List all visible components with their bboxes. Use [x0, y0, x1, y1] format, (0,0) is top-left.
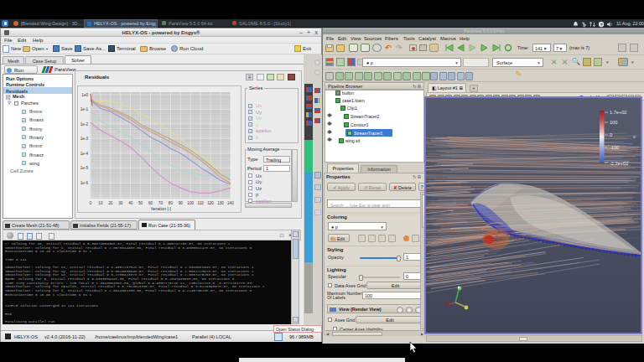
svg-text:1e-5: 1e-5 [80, 166, 89, 170]
svg-text:a: a [633, 134, 636, 139]
svg-text:-2.3e+02: -2.3e+02 [610, 161, 628, 166]
svg-text:100: 100 [610, 120, 617, 125]
svg-text:1e-1: 1e-1 [80, 107, 89, 111]
svg-text:20: 20 [108, 201, 113, 205]
svg-text:40: 40 [128, 201, 133, 205]
svg-text:80: 80 [169, 201, 174, 205]
svg-text:120: 120 [207, 201, 214, 205]
svg-text:140: 140 [227, 201, 234, 205]
svg-text:10: 10 [98, 201, 103, 205]
svg-text:0: 0 [610, 132, 612, 137]
svg-text:60: 60 [148, 201, 153, 205]
svg-text:1.7e+02: 1.7e+02 [610, 110, 626, 115]
svg-text:1e-3: 1e-3 [80, 137, 89, 141]
svg-text:90: 90 [179, 201, 184, 205]
svg-text:50: 50 [138, 201, 143, 205]
svg-text:110: 110 [197, 201, 204, 205]
svg-text:-100: -100 [610, 145, 619, 150]
svg-text:100: 100 [187, 201, 194, 205]
svg-text:Iteration [-]: Iteration [-] [151, 206, 172, 211]
svg-text:1e0: 1e0 [81, 93, 88, 97]
svg-text:0: 0 [90, 201, 92, 205]
svg-text:70: 70 [158, 201, 164, 205]
svg-text:130: 130 [217, 201, 224, 205]
svg-text:1e-4: 1e-4 [80, 152, 89, 156]
svg-text:1e-2: 1e-2 [80, 122, 89, 127]
svg-text:30: 30 [118, 201, 123, 205]
svg-text:1e-6: 1e-6 [80, 181, 89, 185]
